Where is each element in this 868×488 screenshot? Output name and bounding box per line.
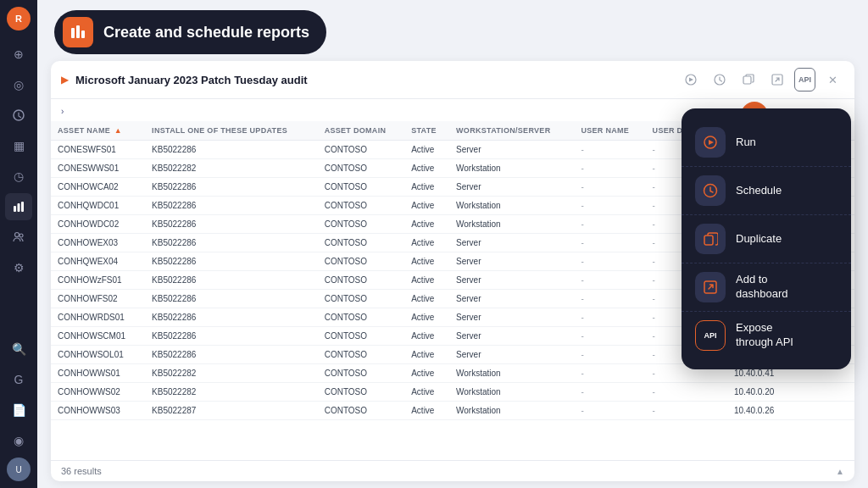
chevron-icon: › bbox=[61, 107, 64, 116]
report-toolbar: ▶ Microsoft January 2023 Patch Tuesday a… bbox=[51, 61, 854, 99]
table-cell: - bbox=[574, 159, 645, 178]
sidebar-avatar-top[interactable]: R bbox=[7, 7, 31, 30]
sidebar-item-analytics[interactable] bbox=[5, 193, 32, 220]
table-cell: CONTOSO bbox=[318, 327, 405, 346]
table-cell: 10.40.0.20 bbox=[727, 383, 799, 402]
table-row: CONHOWWS03KB5022287CONTOSOActiveWorkstat… bbox=[51, 402, 854, 420]
table-cell: CONHOWSOL01 bbox=[51, 346, 145, 364]
run-button[interactable] bbox=[679, 68, 703, 92]
table-cell: - bbox=[574, 346, 645, 364]
duplicate-label: Duplicate bbox=[736, 232, 782, 247]
table-cell: KB5022282 bbox=[145, 159, 318, 178]
table-cell: CONESWFS01 bbox=[51, 141, 145, 159]
col-domain[interactable]: ASSET DOMAIN bbox=[318, 121, 405, 141]
table-cell: - bbox=[574, 197, 645, 215]
table-cell: Workstation bbox=[449, 402, 574, 420]
results-count: 36 results bbox=[61, 466, 102, 476]
sidebar-item-file[interactable]: 📄 bbox=[5, 396, 32, 424]
col-username[interactable]: USER NAME bbox=[574, 121, 645, 141]
table-cell: - bbox=[574, 215, 645, 234]
table-cell: Server bbox=[449, 234, 574, 252]
table-cell: KB5022286 bbox=[145, 141, 318, 159]
table-cell: Active bbox=[404, 290, 449, 308]
table-cell: Server bbox=[449, 346, 574, 364]
table-cell: - bbox=[646, 383, 727, 402]
table-cell: CONTOSO bbox=[318, 234, 405, 252]
table-cell: KB5022286 bbox=[145, 252, 318, 271]
table-cell: CONHOWFS02 bbox=[51, 290, 145, 308]
schedule-label: Schedule bbox=[736, 184, 782, 198]
table-cell: CONTOSO bbox=[318, 402, 405, 420]
table-cell: CONTOSO bbox=[318, 364, 405, 383]
sidebar: R ⊕ ◎ ▦ ◷ ⚙ 🔍 bbox=[0, 0, 37, 488]
table-cell: CONHQWEX04 bbox=[51, 252, 145, 271]
table-cell: CONESWWS01 bbox=[51, 159, 145, 178]
sidebar-item-g1[interactable] bbox=[5, 102, 32, 129]
sidebar-item-g2[interactable]: G bbox=[5, 366, 32, 393]
table-footer: 36 results ▲ bbox=[51, 460, 854, 481]
menu-item-schedule[interactable]: Schedule bbox=[682, 167, 851, 215]
menu-item-duplicate[interactable]: Duplicate bbox=[682, 215, 851, 263]
dashboard-button[interactable] bbox=[765, 68, 789, 92]
sidebar-item-search[interactable]: 🔍 bbox=[5, 336, 32, 363]
menu-item-dashboard[interactable]: Add todashboard bbox=[682, 263, 851, 312]
col-state[interactable]: STATE bbox=[404, 121, 449, 141]
schedule-button[interactable] bbox=[708, 68, 732, 92]
table-cell: CONHOWDC02 bbox=[51, 215, 145, 234]
col-install[interactable]: INSTALL ONE OF THESE UPDATES bbox=[145, 121, 318, 141]
page-title: Create and schedule reports bbox=[103, 24, 309, 42]
svg-rect-15 bbox=[704, 236, 713, 245]
table-cell: CONTOSO bbox=[318, 141, 405, 159]
sidebar-item-grid[interactable]: ▦ bbox=[5, 132, 32, 159]
sidebar-item-people[interactable] bbox=[5, 224, 32, 251]
table-cell: CONHOWWS02 bbox=[51, 383, 145, 402]
play-icon: ▶ bbox=[61, 74, 69, 86]
table-cell: KB5022282 bbox=[145, 364, 318, 383]
toolbar-actions: API ✕ bbox=[679, 68, 844, 92]
run-label: Run bbox=[736, 136, 756, 150]
table-cell: KB5022286 bbox=[145, 215, 318, 234]
table-cell: - bbox=[574, 234, 645, 252]
table-cell: - bbox=[574, 141, 645, 159]
close-button[interactable]: ✕ bbox=[821, 68, 844, 92]
table-cell: CONTOSO bbox=[318, 271, 405, 290]
table-cell: Active bbox=[404, 159, 449, 178]
table-cell: - bbox=[574, 364, 645, 383]
menu-item-run[interactable]: Run bbox=[682, 119, 851, 167]
svg-rect-6 bbox=[71, 28, 75, 38]
duplicate-button[interactable] bbox=[737, 68, 760, 92]
table-cell bbox=[799, 402, 854, 420]
table-cell: Server bbox=[449, 308, 574, 327]
table-cell: - bbox=[574, 402, 645, 420]
sidebar-item-reports[interactable]: ◎ bbox=[5, 71, 32, 98]
col-workstation[interactable]: WORKSTATION/SERVER bbox=[449, 121, 574, 141]
table-cell: CONHOWWS03 bbox=[51, 402, 145, 420]
table-cell: CONHOWRDS01 bbox=[51, 308, 145, 327]
sidebar-bottom: 🔍 G 📄 ◉ U bbox=[5, 336, 32, 481]
sidebar-item-clock[interactable]: ◷ bbox=[5, 163, 32, 190]
menu-item-api[interactable]: API Exposethrough API bbox=[682, 312, 851, 359]
table-cell: Workstation bbox=[449, 197, 574, 215]
svg-rect-1 bbox=[14, 206, 16, 212]
table-cell: CONHOWEX03 bbox=[51, 234, 145, 252]
table-cell: - bbox=[574, 383, 645, 402]
sidebar-item-dashboard[interactable]: ⊕ bbox=[5, 41, 32, 68]
dashboard-label: Add todashboard bbox=[736, 273, 787, 302]
table-cell: CONTOSO bbox=[318, 178, 405, 197]
table-cell: Active bbox=[404, 215, 449, 234]
sidebar-item-settings[interactable]: ⚙ bbox=[5, 254, 32, 281]
sidebar-avatar-bottom[interactable]: U bbox=[7, 458, 31, 481]
table-cell: KB5022286 bbox=[145, 271, 318, 290]
table-cell: KB5022282 bbox=[145, 383, 318, 402]
table-cell: Active bbox=[404, 346, 449, 364]
sidebar-item-user[interactable]: ◉ bbox=[5, 427, 32, 454]
svg-rect-2 bbox=[18, 203, 20, 212]
run-menu-icon bbox=[695, 127, 726, 158]
col-asset-name[interactable]: ASSET NAME ▲ bbox=[51, 121, 145, 141]
table-cell: Workstation bbox=[449, 215, 574, 234]
api-menu-icon: API bbox=[695, 320, 726, 351]
api-button[interactable]: API bbox=[794, 68, 815, 92]
table-cell: Active bbox=[404, 308, 449, 327]
table-cell: Workstation bbox=[449, 364, 574, 383]
header-title-bubble: Create and schedule reports bbox=[54, 10, 326, 54]
